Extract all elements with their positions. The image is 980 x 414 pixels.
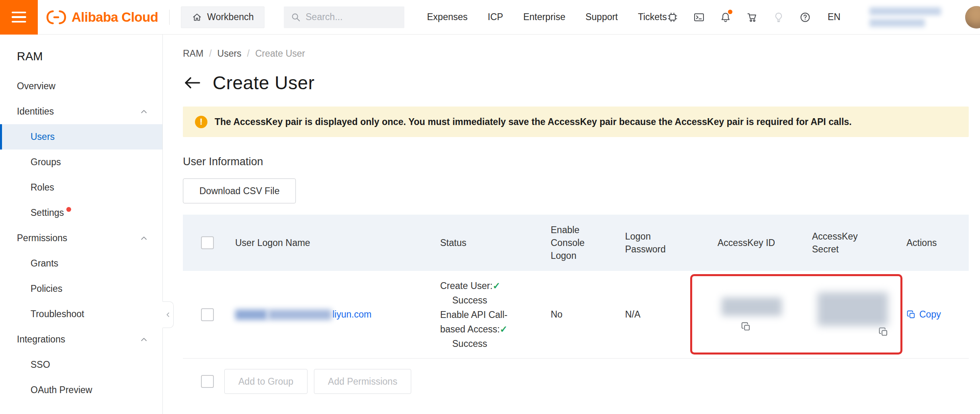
breadcrumb-current: Create User xyxy=(255,48,305,59)
search-input[interactable] xyxy=(305,12,390,23)
bulk-actions-row: Add to Group Add Permissions xyxy=(183,369,969,394)
copy-accesskey-id-icon[interactable] xyxy=(741,322,751,332)
back-arrow-button[interactable] xyxy=(183,76,201,90)
download-csv-button[interactable]: Download CSV File xyxy=(183,178,296,203)
copy-label: Copy xyxy=(919,309,941,320)
sidebar-item-label: Identities xyxy=(17,106,54,117)
breadcrumb-users[interactable]: Users xyxy=(217,48,242,59)
sidebar-item-label: Settings xyxy=(31,207,64,218)
hamburger-menu-button[interactable] xyxy=(0,0,38,35)
sidebar-item-users[interactable]: Users xyxy=(0,124,162,150)
copy-action-button[interactable]: Copy xyxy=(906,309,961,320)
nav-enterprise[interactable]: Enterprise xyxy=(523,12,566,23)
row-checkbox[interactable] xyxy=(201,308,214,321)
user-table-row: liyun.com Create User:✓ Success Enable A… xyxy=(183,271,969,359)
sidebar-item-label: Overview xyxy=(17,81,55,92)
sidebar-item-troubleshoot[interactable]: Troubleshoot xyxy=(0,301,162,327)
avatar-image xyxy=(965,6,980,29)
users-table: User Logon Name Status Enable Console Lo… xyxy=(183,215,969,359)
sidebar-item-overview[interactable]: Overview xyxy=(0,74,162,99)
settings-badge-dot xyxy=(66,207,71,212)
column-header-label: AccessKey Secret xyxy=(812,230,862,256)
user-avatar[interactable] xyxy=(965,6,980,29)
api-icon[interactable] xyxy=(667,12,678,23)
sidebar-item-groups[interactable]: Groups xyxy=(0,150,162,175)
accesskey-id-cell xyxy=(718,297,796,332)
nav-support[interactable]: Support xyxy=(585,12,618,23)
nav-icp[interactable]: ICP xyxy=(488,12,503,23)
sidebar-collapse-handle[interactable] xyxy=(162,301,174,328)
success-check-icon: ✓ xyxy=(500,324,507,334)
sidebar-item-label: Policies xyxy=(31,283,62,294)
notification-dot xyxy=(728,10,732,14)
add-permissions-button[interactable]: Add Permissions xyxy=(314,369,412,394)
nav-tickets[interactable]: Tickets xyxy=(638,12,667,23)
page-title: Create User xyxy=(213,72,314,94)
copy-icon xyxy=(906,310,916,320)
alibaba-cloud-logo[interactable]: Alibaba Cloud xyxy=(46,9,158,25)
chevron-left-icon xyxy=(165,312,171,318)
sidebar-item-label: Groups xyxy=(31,157,61,168)
sidebar-item-label: SSO xyxy=(31,359,50,370)
redacted-logon-name-part xyxy=(235,309,267,320)
sidebar-item-sso[interactable]: SSO xyxy=(0,352,162,377)
help-icon[interactable] xyxy=(800,12,811,23)
sidebar-item-integrations[interactable]: Integrations xyxy=(0,327,162,352)
alibaba-cloud-logo-icon xyxy=(46,9,67,25)
warning-banner: ! The AccessKey pair is displayed only o… xyxy=(183,107,969,137)
workbench-button[interactable]: Workbench xyxy=(181,6,264,28)
success-check-icon: ✓ xyxy=(492,281,500,291)
sidebar-item-permissions[interactable]: Permissions xyxy=(0,225,162,251)
redacted-account-id xyxy=(869,19,925,27)
redacted-logon-name-part xyxy=(268,309,332,320)
status-label: Enable API Call-based Access: xyxy=(440,309,507,334)
search-icon xyxy=(291,12,301,22)
sidebar-item-settings[interactable]: Settings xyxy=(0,200,162,225)
bulk-select-checkbox[interactable] xyxy=(201,375,214,388)
warning-text: The AccessKey pair is displayed only onc… xyxy=(215,117,852,127)
status-line: Enable API Call-based Access:✓ xyxy=(440,307,517,336)
cart-icon[interactable] xyxy=(746,12,758,23)
chevron-up-icon xyxy=(140,336,148,344)
status-cell: Create User:✓ Success Enable API Call-ba… xyxy=(440,279,517,351)
enable-console-logon-cell: No xyxy=(543,309,617,320)
breadcrumb: RAM / Users / Create User xyxy=(183,48,969,59)
select-all-checkbox[interactable] xyxy=(201,236,214,249)
language-selector[interactable]: EN xyxy=(828,12,841,23)
sidebar-item-label: Permissions xyxy=(17,233,67,244)
logon-password-cell: N/A xyxy=(617,309,709,320)
user-logon-name-link[interactable]: liyun.com xyxy=(235,309,424,320)
workbench-label: Workbench xyxy=(207,12,254,23)
sidebar-item-oauth-preview[interactable]: OAuth Preview xyxy=(0,377,162,403)
sidebar-item-label: Roles xyxy=(31,182,54,193)
sidebar-title: RAM xyxy=(0,50,162,63)
lightbulb-icon[interactable] xyxy=(773,12,784,23)
sidebar-item-grants[interactable]: Grants xyxy=(0,251,162,276)
sidebar-item-identities[interactable]: Identities xyxy=(0,99,162,124)
sidebar-item-label: Troubleshoot xyxy=(31,309,84,320)
top-navigation: Expenses ICP Enterprise Support Tickets xyxy=(427,12,667,23)
cloud-shell-icon[interactable] xyxy=(693,12,705,23)
add-to-group-button[interactable]: Add to Group xyxy=(224,369,308,394)
breadcrumb-ram[interactable]: RAM xyxy=(183,48,203,59)
nav-expenses[interactable]: Expenses xyxy=(427,12,467,23)
sidebar: RAM Overview Identities Users Groups Rol… xyxy=(0,35,163,414)
status-label: Create User: xyxy=(440,281,492,291)
accesskey-secret-cell xyxy=(812,292,890,337)
column-header-actions: Actions xyxy=(898,236,969,249)
column-header-accesskey-id: AccessKey ID xyxy=(709,236,804,249)
section-title: User Information xyxy=(183,156,969,168)
chevron-up-icon xyxy=(140,234,148,242)
column-header-logon-password: Logon Password xyxy=(617,230,709,256)
table-header-row: User Logon Name Status Enable Console Lo… xyxy=(183,215,969,271)
sidebar-item-roles[interactable]: Roles xyxy=(0,175,162,200)
sidebar-item-label: Integrations xyxy=(17,334,65,345)
account-info[interactable] xyxy=(869,7,941,27)
notifications-bell-icon[interactable] xyxy=(720,12,731,23)
sidebar-item-policies[interactable]: Policies xyxy=(0,276,162,301)
copy-accesskey-secret-icon[interactable] xyxy=(878,327,889,337)
header-icon-group: EN xyxy=(667,6,980,29)
column-header-enable-console-logon: Enable Console Logon xyxy=(543,223,617,262)
divider xyxy=(169,10,170,25)
redacted-accesskey-id xyxy=(722,297,782,316)
